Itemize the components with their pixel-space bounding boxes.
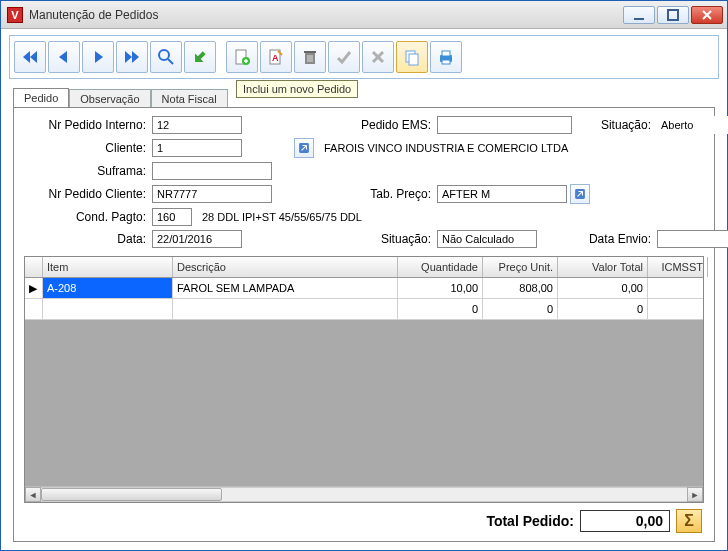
col-item[interactable]: Item: [43, 257, 173, 277]
cancel-button[interactable]: [362, 41, 394, 73]
minimize-button[interactable]: [623, 6, 655, 24]
grid-row[interactable]: ▶ A-208 FAROL SEM LAMPADA 10,00 808,00 0…: [25, 278, 703, 299]
tab-nota-fiscal[interactable]: Nota Fiscal: [151, 89, 228, 108]
svg-line-11: [168, 59, 173, 64]
row-indicator: ▶: [25, 278, 43, 298]
input-nr-pedido-interno[interactable]: 12: [152, 116, 242, 134]
label-cliente: Cliente:: [24, 141, 152, 155]
label-data-envio: Data Envio:: [572, 232, 657, 246]
tooltip-new-record: Inclui um novo Pedido: [236, 80, 358, 98]
maximize-button[interactable]: [657, 6, 689, 24]
cell-quantidade[interactable]: 0: [398, 299, 483, 319]
col-icmsst[interactable]: ICMSST: [648, 257, 708, 277]
tab-observacao[interactable]: Observação: [69, 89, 150, 108]
tab-strip: Pedido Observação Nota Fiscal: [13, 85, 715, 107]
lookup-tab-preco-button[interactable]: [570, 184, 590, 204]
input-pedido-ems[interactable]: [437, 116, 572, 134]
svg-marker-9: [132, 51, 139, 63]
scroll-thumb[interactable]: [41, 488, 222, 501]
refresh-button[interactable]: [184, 41, 216, 73]
cell-valor-total[interactable]: 0,00: [558, 278, 648, 298]
new-record-button[interactable]: [226, 41, 258, 73]
input-tab-preco[interactable]: AFTER M: [437, 185, 567, 203]
label-nr-pedido-cliente: Nr Pedido Cliente:: [24, 187, 152, 201]
col-selector: [25, 257, 43, 277]
scroll-track[interactable]: [41, 487, 687, 502]
label-total-pedido: Total Pedido:: [486, 513, 574, 529]
cell-preco-unit[interactable]: 808,00: [483, 278, 558, 298]
footer: Total Pedido: 0,00 Σ: [24, 503, 704, 533]
label-nr-pedido-interno: Nr Pedido Interno:: [24, 118, 152, 132]
window-title: Manutenção de Pedidos: [29, 8, 158, 22]
cell-preco-unit[interactable]: 0: [483, 299, 558, 319]
window-controls: [623, 6, 723, 24]
close-button[interactable]: [691, 6, 723, 24]
value-cliente-nome: FAROIS VINCO INDUSTRIA E COMERCIO LTDA: [320, 139, 572, 157]
tab-pedido[interactable]: Pedido: [13, 88, 69, 107]
value-cond-pagto-desc: 28 DDL IPI+ST 45/55/65/75 DDL: [198, 208, 366, 226]
recalculate-button[interactable]: Σ: [676, 509, 702, 533]
cell-quantidade[interactable]: 10,00: [398, 278, 483, 298]
col-preco-unit[interactable]: Preço Unit.: [483, 257, 558, 277]
scroll-left-arrow-icon[interactable]: ◄: [25, 487, 41, 502]
svg-text:A: A: [272, 53, 279, 63]
input-suframa[interactable]: [152, 162, 272, 180]
label-cond-pagto: Cond. Pagto:: [24, 210, 152, 224]
col-quantidade[interactable]: Quantidade: [398, 257, 483, 277]
cell-valor-total[interactable]: 0: [558, 299, 648, 319]
svg-marker-6: [59, 51, 67, 63]
cell-item[interactable]: [43, 299, 173, 319]
titlebar: V Manutenção de Pedidos: [1, 1, 727, 29]
toolbar: A: [9, 35, 719, 79]
grid-header: Item Descrição Quantidade Preço Unit. Va…: [25, 257, 703, 278]
svg-marker-8: [125, 51, 132, 63]
last-record-button[interactable]: [116, 41, 148, 73]
search-button[interactable]: [150, 41, 182, 73]
cell-icmsst[interactable]: [648, 299, 703, 319]
label-suframa: Suframa:: [24, 164, 152, 178]
app-window: V Manutenção de Pedidos: [0, 0, 728, 551]
col-valor-total[interactable]: Valor Total: [558, 257, 648, 277]
prev-record-button[interactable]: [48, 41, 80, 73]
svg-point-10: [159, 50, 169, 60]
svg-rect-30: [442, 60, 450, 64]
cell-icmsst[interactable]: [648, 278, 703, 298]
svg-rect-29: [442, 51, 450, 56]
copy-button[interactable]: [396, 41, 428, 73]
cell-descricao[interactable]: [173, 299, 398, 319]
svg-rect-1: [668, 10, 678, 20]
input-cliente-cod[interactable]: 1: [152, 139, 242, 157]
tab-panel-pedido: Nr Pedido Interno: 12 Pedido EMS: Situaç…: [13, 107, 715, 542]
value-situacao: Aberto: [657, 116, 728, 134]
label-data: Data:: [24, 232, 152, 246]
items-grid: Item Descrição Quantidade Preço Unit. Va…: [24, 256, 704, 503]
delete-record-button[interactable]: [294, 41, 326, 73]
print-button[interactable]: [430, 41, 462, 73]
lookup-cliente-button[interactable]: [294, 138, 314, 158]
input-data[interactable]: 22/01/2016: [152, 230, 242, 248]
next-record-button[interactable]: [82, 41, 114, 73]
input-nr-pedido-cliente[interactable]: NR7777: [152, 185, 272, 203]
input-data-envio[interactable]: [657, 230, 728, 248]
cell-item[interactable]: A-208: [43, 278, 173, 298]
scroll-right-arrow-icon[interactable]: ►: [687, 487, 703, 502]
first-record-button[interactable]: [14, 41, 46, 73]
horizontal-scrollbar[interactable]: ◄ ►: [25, 486, 703, 502]
grid-body: ▶ A-208 FAROL SEM LAMPADA 10,00 808,00 0…: [25, 278, 703, 486]
input-cond-pagto-cod[interactable]: 160: [152, 208, 192, 226]
form-area: Nr Pedido Interno: 12 Pedido EMS: Situaç…: [24, 116, 704, 248]
edit-record-button[interactable]: A: [260, 41, 292, 73]
col-descricao[interactable]: Descrição: [173, 257, 398, 277]
confirm-button[interactable]: [328, 41, 360, 73]
app-icon: V: [7, 7, 23, 23]
svg-marker-5: [30, 51, 37, 63]
label-pedido-ems: Pedido EMS:: [342, 118, 437, 132]
svg-rect-20: [304, 51, 316, 53]
sigma-icon: Σ: [684, 512, 694, 530]
cell-descricao[interactable]: FAROL SEM LAMPADA: [173, 278, 398, 298]
row-indicator: [25, 299, 43, 319]
input-situacao2[interactable]: Não Calculado: [437, 230, 537, 248]
grid-row[interactable]: 0 0 0: [25, 299, 703, 320]
svg-marker-4: [23, 51, 30, 63]
label-situacao2: Situação:: [342, 232, 437, 246]
